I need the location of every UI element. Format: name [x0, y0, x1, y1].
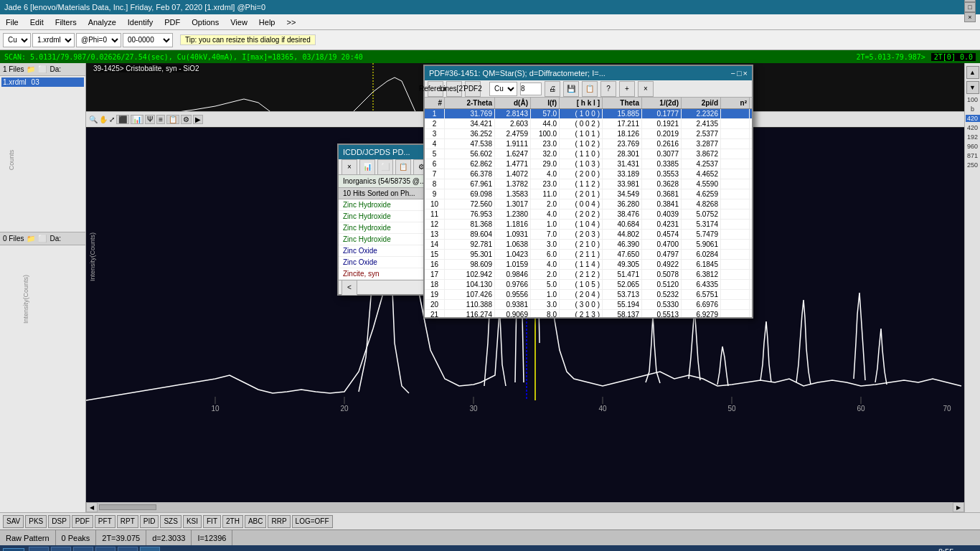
pdf-maximize-btn[interactable]: □ — [737, 69, 742, 77]
menu-item-identify[interactable]: Identify — [122, 17, 159, 28]
zoom-icon[interactable]: 🔍 — [89, 116, 98, 123]
pdf-table-row[interactable]: 15 95.301 1.0423 6.0 ( 2 1 1 ) 47.650 0.… — [425, 250, 752, 260]
btn-pks[interactable]: PKS — [25, 515, 47, 528]
tool3[interactable]: Ψ — [145, 115, 155, 124]
btn-pid[interactable]: PID — [140, 515, 159, 528]
file-combo[interactable]: 1.xrdml — [32, 33, 75, 47]
pdf-table-row[interactable]: 9 69.098 1.3583 11.0 ( 2 0 1 ) 34.549 0.… — [425, 189, 752, 199]
scroll-down-btn[interactable]: ▼ — [966, 81, 979, 94]
intensity-status: I=12396 — [192, 530, 232, 545]
tool7[interactable]: ▶ — [193, 115, 203, 124]
taskbar-app-files[interactable]: 📁 — [51, 547, 71, 551]
taskbar-app-powerpoint[interactable]: 📊 — [118, 547, 138, 551]
box-icon-2: ⬜ — [38, 235, 47, 242]
btn-szs[interactable]: SZS — [160, 515, 181, 528]
pdf-copy-btn[interactable]: 📋 — [582, 81, 598, 97]
phi-combo[interactable]: @Phi=0 — [76, 33, 121, 47]
btn-pdf[interactable]: PDF — [72, 515, 93, 528]
th-i: I(f) — [531, 98, 560, 108]
pdf-table-row[interactable]: 10 72.560 1.3017 2.0 ( 0 0 4 ) 36.280 0.… — [425, 199, 752, 209]
scroll-left-btn[interactable]: ◀ — [86, 502, 98, 512]
pdf-table-row[interactable]: 5 56.602 1.6247 32.0 ( 1 1 0 ) 28.301 0.… — [425, 149, 752, 159]
taskbar-app-office[interactable]: 📝 — [95, 547, 116, 551]
pdf-table-row[interactable]: 16 98.609 1.0159 4.0 ( 1 1 4 ) 49.305 0.… — [425, 260, 752, 270]
maximize-btn[interactable]: □ — [964, 2, 976, 12]
btn-abc[interactable]: ABC — [245, 515, 267, 528]
pdf-close-tool[interactable]: × — [638, 81, 654, 97]
menu-item-filters[interactable]: Filters — [50, 17, 83, 28]
pdf-close-btn[interactable]: × — [743, 69, 748, 77]
tool1[interactable]: ⬛ — [116, 115, 129, 124]
icdd-close-tool[interactable]: × — [341, 159, 357, 175]
pdf-table-row[interactable]: 18 104.130 0.9766 5.0 ( 1 0 5 ) 52.065 0… — [425, 280, 752, 290]
pdf-combo[interactable]: 00-0000 — [123, 33, 173, 47]
pdf-table-row[interactable]: 3 36.252 2.4759 100.0 ( 1 0 1 ) 18.126 0… — [425, 129, 752, 139]
pdf-table-row[interactable]: 19 107.426 0.9556 1.0 ( 2 0 4 ) 53.713 0… — [425, 290, 752, 300]
tool6[interactable]: ⚙ — [181, 115, 192, 124]
pdf-tab-pdf2[interactable]: PDF2 — [465, 81, 481, 97]
rp-250: 250 — [966, 161, 980, 169]
pdf-minimize-btn[interactable]: − — [730, 69, 735, 77]
pdf-element-select[interactable]: Cu — [489, 82, 517, 96]
scroll-thumb[interactable] — [99, 504, 156, 510]
pdf-table-row[interactable]: 4 47.538 1.9111 23.0 ( 1 0 2 ) 23.769 0.… — [425, 139, 752, 149]
pdf-table-body[interactable]: 1 31.769 2.8143 57.0 ( 1 0 0 ) 15.885 0.… — [425, 109, 752, 317]
pdf-table-row[interactable]: 20 110.388 0.9381 3.0 ( 3 0 0 ) 55.194 0… — [425, 300, 752, 310]
pdf-table-row[interactable]: 21 116.274 0.9069 8.0 ( 2 1 3 ) 58.137 0… — [425, 310, 752, 317]
menu-item-edit[interactable]: Edit — [24, 17, 50, 28]
pdf-table-row[interactable]: 8 67.961 1.3782 23.0 ( 1 1 2 ) 33.981 0.… — [425, 179, 752, 189]
btn-fit[interactable]: FIT — [203, 515, 221, 528]
menu-item-view[interactable]: View — [225, 17, 253, 28]
scroll-up-btn[interactable]: ▲ — [966, 66, 979, 79]
pdf-table-row[interactable]: 12 81.368 1.1816 1.0 ( 1 0 4 ) 40.684 0.… — [425, 220, 752, 230]
btn-sav[interactable]: SAV — [3, 515, 24, 528]
btn-2th[interactable]: 2TH — [222, 515, 243, 528]
pdf-table-row[interactable]: 2 34.421 2.603 44.0 ( 0 0 2 ) 17.211 0.1… — [425, 119, 752, 129]
btn-pft[interactable]: PFT — [95, 515, 116, 528]
menu-item-options[interactable]: Options — [186, 17, 225, 28]
hand-icon[interactable]: ✋ — [99, 116, 108, 123]
tool5[interactable]: 📋 — [166, 115, 179, 124]
close-btn[interactable]: × — [964, 12, 976, 22]
icdd-box-tool[interactable]: ⬜ — [377, 159, 393, 175]
pdf-table-row[interactable]: 11 76.953 1.2380 4.0 ( 2 0 2 ) 38.476 0.… — [425, 209, 752, 220]
btn-dsp[interactable]: DSP — [48, 515, 70, 528]
file-item-1[interactable]: 1.xrdml 03 — [1, 77, 84, 87]
pdf-table-row[interactable]: 6 62.862 1.4771 29.0 ( 1 0 3 ) 31.431 0.… — [425, 159, 752, 169]
pdf-table-row[interactable]: 14 92.781 1.0638 3.0 ( 2 1 0 ) 46.390 0.… — [425, 240, 752, 250]
taskbar-app-browser[interactable]: 🌐 — [73, 547, 93, 551]
pdf-tab-lines[interactable]: Lines[27] — [446, 81, 462, 97]
pdf-value-input[interactable] — [520, 83, 542, 95]
btn-ksi[interactable]: KSI — [183, 515, 202, 528]
btn-log[interactable]: LOG=OFF — [292, 515, 333, 528]
icdd-nav-prev[interactable]: < — [341, 280, 357, 296]
tool4[interactable]: ≡ — [156, 115, 165, 124]
menu-item-pdf[interactable]: PDF — [159, 17, 186, 28]
element-combo[interactable]: Cu — [3, 33, 31, 47]
pdf-table-row[interactable]: 13 89.604 1.0931 7.0 ( 2 0 3 ) 44.802 0.… — [425, 230, 752, 240]
pdf-help-btn[interactable]: ? — [600, 81, 616, 97]
menu-item-[interactable]: >> — [281, 17, 301, 28]
btn-rrp[interactable]: RRP — [268, 515, 290, 528]
pdf-save-btn[interactable]: 💾 — [563, 81, 579, 97]
folder-icon[interactable]: 📁 — [27, 65, 35, 73]
pdf-table-row[interactable]: 1 31.769 2.8143 57.0 ( 1 0 0 ) 15.885 0.… — [425, 109, 752, 119]
folder-icon-2[interactable]: 📁 — [27, 235, 35, 242]
pdf-table-row[interactable]: 17 102.942 0.9846 2.0 ( 2 1 2 ) 51.471 0… — [425, 270, 752, 280]
scroll-right-btn[interactable]: ▶ — [953, 502, 964, 512]
taskbar-app-search[interactable]: 🔍 — [29, 547, 49, 551]
h-scrollbar[interactable]: ◀ ▶ — [86, 502, 964, 512]
start-button[interactable]: ⊞ — [3, 548, 24, 551]
expand-icon[interactable]: ⤢ — [109, 116, 115, 123]
tool2[interactable]: 📊 — [131, 115, 143, 124]
pdf-table-row[interactable]: 7 66.378 1.4072 4.0 ( 2 0 0 ) 33.189 0.3… — [425, 169, 752, 179]
pdf-add-btn[interactable]: + — [619, 81, 635, 97]
icdd-chart-tool[interactable]: 📊 — [359, 159, 375, 175]
menu-item-help[interactable]: Help — [253, 17, 281, 28]
menu-item-file[interactable]: File — [0, 17, 24, 28]
taskbar-app-jade[interactable]: J — [140, 547, 160, 551]
menu-item-analyze[interactable]: Analyze — [83, 17, 122, 28]
icdd-copy-tool[interactable]: 📋 — [395, 159, 411, 175]
pdf-print-btn[interactable]: 🖨 — [545, 81, 560, 97]
btn-rpt[interactable]: RPT — [117, 515, 138, 528]
